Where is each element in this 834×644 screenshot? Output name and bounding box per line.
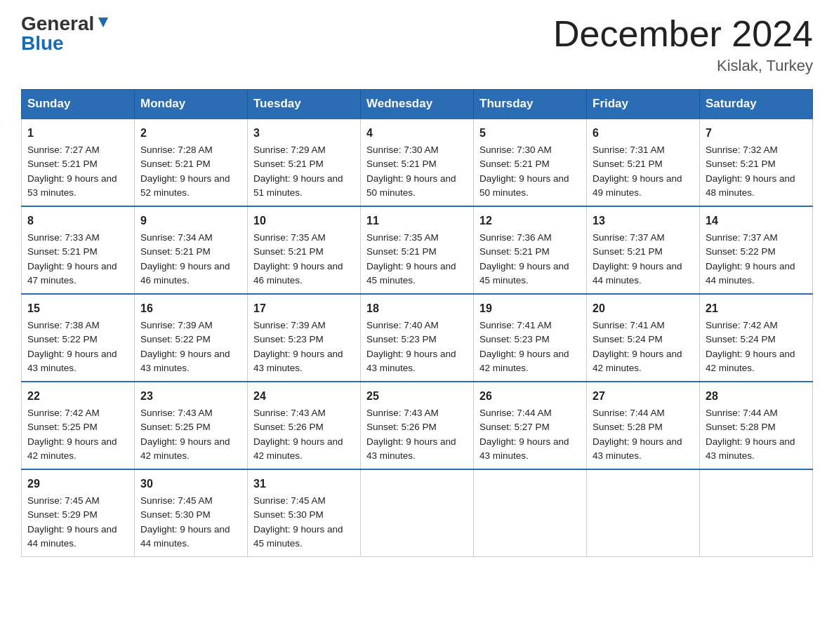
sunrise-text: Sunrise: 7:44 AM (706, 408, 778, 418)
daylight-text: Daylight: 9 hours and 45 minutes. (253, 524, 343, 549)
col-saturday: Saturday (700, 90, 813, 119)
daylight-text: Daylight: 9 hours and 47 minutes. (27, 261, 117, 286)
title-section: December 2024 Kislak, Turkey (553, 14, 813, 75)
day-number: 13 (593, 213, 694, 229)
sunrise-text: Sunrise: 7:33 AM (27, 232, 100, 243)
sunrise-text: Sunrise: 7:30 AM (479, 145, 552, 155)
daylight-text: Daylight: 9 hours and 43 minutes. (27, 349, 117, 373)
col-monday: Monday (135, 90, 248, 119)
sunset-text: Sunset: 5:21 PM (479, 159, 550, 169)
sunrise-text: Sunrise: 7:43 AM (253, 408, 326, 418)
calendar-week-row: 22 Sunrise: 7:42 AM Sunset: 5:25 PM Dayl… (22, 382, 813, 469)
day-number: 10 (253, 213, 355, 229)
day-number: 2 (140, 125, 241, 142)
logo: General Blue (21, 14, 111, 53)
table-row: 15 Sunrise: 7:38 AM Sunset: 5:22 PM Dayl… (22, 294, 135, 382)
daylight-text: Daylight: 9 hours and 50 minutes. (479, 173, 569, 198)
sunrise-text: Sunrise: 7:35 AM (366, 232, 439, 243)
daylight-text: Daylight: 9 hours and 46 minutes. (140, 261, 230, 286)
sunset-text: Sunset: 5:24 PM (593, 334, 663, 344)
calendar-header-row: Sunday Monday Tuesday Wednesday Thursday… (22, 90, 813, 119)
sunset-text: Sunset: 5:26 PM (366, 422, 437, 432)
table-row: 17 Sunrise: 7:39 AM Sunset: 5:23 PM Dayl… (248, 294, 361, 382)
sunset-text: Sunset: 5:30 PM (253, 509, 324, 520)
day-number: 24 (253, 388, 355, 405)
sunrise-text: Sunrise: 7:35 AM (253, 232, 326, 243)
day-number: 25 (366, 388, 468, 405)
sunrise-text: Sunrise: 7:27 AM (27, 145, 100, 155)
table-row: 9 Sunrise: 7:34 AM Sunset: 5:21 PM Dayli… (135, 206, 248, 294)
daylight-text: Daylight: 9 hours and 43 minutes. (253, 349, 343, 373)
table-row: 23 Sunrise: 7:43 AM Sunset: 5:25 PM Dayl… (135, 382, 248, 469)
logo-text-blue: Blue (21, 34, 64, 53)
sunset-text: Sunset: 5:25 PM (27, 422, 98, 432)
sunrise-text: Sunrise: 7:43 AM (140, 408, 213, 418)
calendar-table: Sunday Monday Tuesday Wednesday Thursday… (21, 89, 813, 557)
day-number: 18 (366, 300, 468, 317)
sunset-text: Sunset: 5:21 PM (27, 159, 98, 169)
sunset-text: Sunset: 5:22 PM (706, 246, 776, 257)
calendar-week-row: 8 Sunrise: 7:33 AM Sunset: 5:21 PM Dayli… (22, 206, 813, 294)
sunrise-text: Sunrise: 7:45 AM (253, 495, 326, 506)
logo-triangle-icon (95, 15, 111, 30)
logo-text-general: General (21, 14, 94, 34)
table-row: 27 Sunrise: 7:44 AM Sunset: 5:28 PM Dayl… (587, 382, 700, 469)
sunrise-text: Sunrise: 7:34 AM (140, 232, 213, 243)
sunrise-text: Sunrise: 7:37 AM (593, 232, 665, 243)
sunrise-text: Sunrise: 7:43 AM (366, 408, 439, 418)
table-row: 11 Sunrise: 7:35 AM Sunset: 5:21 PM Dayl… (361, 206, 474, 294)
sunset-text: Sunset: 5:30 PM (140, 509, 211, 520)
day-number: 26 (479, 388, 581, 405)
table-row: 16 Sunrise: 7:39 AM Sunset: 5:22 PM Dayl… (135, 294, 248, 382)
daylight-text: Daylight: 9 hours and 51 minutes. (253, 173, 343, 198)
table-row: 30 Sunrise: 7:45 AM Sunset: 5:30 PM Dayl… (135, 469, 248, 557)
table-row: 2 Sunrise: 7:28 AM Sunset: 5:21 PM Dayli… (135, 119, 248, 206)
day-number: 28 (706, 388, 807, 405)
day-number: 1 (27, 125, 128, 142)
table-row (587, 469, 700, 557)
sunset-text: Sunset: 5:21 PM (479, 246, 550, 257)
table-row: 18 Sunrise: 7:40 AM Sunset: 5:23 PM Dayl… (361, 294, 474, 382)
table-row: 1 Sunrise: 7:27 AM Sunset: 5:21 PM Dayli… (22, 119, 135, 206)
table-row: 7 Sunrise: 7:32 AM Sunset: 5:21 PM Dayli… (700, 119, 813, 206)
table-row: 24 Sunrise: 7:43 AM Sunset: 5:26 PM Dayl… (248, 382, 361, 469)
sunset-text: Sunset: 5:25 PM (140, 422, 211, 432)
col-sunday: Sunday (22, 90, 135, 119)
daylight-text: Daylight: 9 hours and 52 minutes. (140, 173, 230, 198)
day-number: 14 (706, 213, 807, 229)
table-row: 10 Sunrise: 7:35 AM Sunset: 5:21 PM Dayl… (248, 206, 361, 294)
table-row: 5 Sunrise: 7:30 AM Sunset: 5:21 PM Dayli… (474, 119, 587, 206)
sunset-text: Sunset: 5:26 PM (253, 422, 324, 432)
daylight-text: Daylight: 9 hours and 44 minutes. (27, 524, 117, 549)
calendar-week-row: 15 Sunrise: 7:38 AM Sunset: 5:22 PM Dayl… (22, 294, 813, 382)
table-row: 20 Sunrise: 7:41 AM Sunset: 5:24 PM Dayl… (587, 294, 700, 382)
page-header: General Blue December 2024 Kislak, Turke… (21, 14, 813, 75)
table-row: 8 Sunrise: 7:33 AM Sunset: 5:21 PM Dayli… (22, 206, 135, 294)
table-row (474, 469, 587, 557)
day-number: 31 (253, 476, 355, 492)
sunrise-text: Sunrise: 7:29 AM (253, 145, 326, 155)
sunrise-text: Sunrise: 7:44 AM (479, 408, 552, 418)
day-number: 23 (140, 388, 241, 405)
sunrise-text: Sunrise: 7:45 AM (27, 495, 100, 506)
sunset-text: Sunset: 5:28 PM (593, 422, 663, 432)
daylight-text: Daylight: 9 hours and 42 minutes. (253, 436, 343, 461)
sunrise-text: Sunrise: 7:39 AM (253, 320, 326, 330)
daylight-text: Daylight: 9 hours and 43 minutes. (593, 436, 682, 461)
table-row: 31 Sunrise: 7:45 AM Sunset: 5:30 PM Dayl… (248, 469, 361, 557)
daylight-text: Daylight: 9 hours and 42 minutes. (27, 436, 117, 461)
day-number: 6 (593, 125, 694, 142)
sunset-text: Sunset: 5:21 PM (706, 159, 776, 169)
sunrise-text: Sunrise: 7:45 AM (140, 495, 213, 506)
table-row: 13 Sunrise: 7:37 AM Sunset: 5:21 PM Dayl… (587, 206, 700, 294)
day-number: 22 (27, 388, 128, 405)
table-row: 21 Sunrise: 7:42 AM Sunset: 5:24 PM Dayl… (700, 294, 813, 382)
sunset-text: Sunset: 5:23 PM (366, 334, 437, 344)
daylight-text: Daylight: 9 hours and 43 minutes. (140, 349, 230, 373)
sunset-text: Sunset: 5:21 PM (366, 246, 437, 257)
day-number: 9 (140, 213, 241, 229)
sunset-text: Sunset: 5:22 PM (27, 334, 98, 344)
table-row: 12 Sunrise: 7:36 AM Sunset: 5:21 PM Dayl… (474, 206, 587, 294)
sunrise-text: Sunrise: 7:37 AM (706, 232, 778, 243)
sunset-text: Sunset: 5:21 PM (140, 159, 211, 169)
